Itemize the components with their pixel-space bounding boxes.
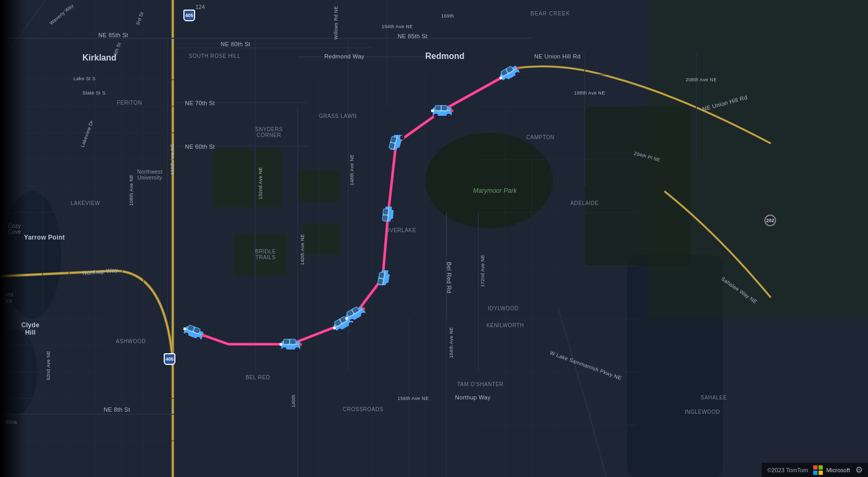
route-202: 202 bbox=[764, 215, 776, 226]
svg-rect-73 bbox=[284, 339, 289, 344]
shield-405-top: 405 bbox=[183, 10, 195, 21]
svg-rect-9 bbox=[585, 106, 691, 266]
attribution-text: ©2023 TomTom bbox=[767, 467, 808, 473]
svg-rect-6 bbox=[303, 223, 340, 255]
car-4 bbox=[343, 306, 367, 321]
settings-button[interactable]: ⚙ bbox=[855, 465, 863, 475]
shield-405-bottom: 405 bbox=[164, 353, 175, 365]
microsoft-logo: Microsoft bbox=[813, 465, 850, 475]
svg-rect-3 bbox=[213, 149, 282, 207]
car-8 bbox=[431, 103, 454, 118]
svg-rect-79 bbox=[280, 343, 282, 346]
svg-rect-145 bbox=[431, 109, 434, 112]
left-edge-overlay bbox=[0, 0, 27, 477]
svg-rect-146 bbox=[451, 109, 453, 112]
svg-point-7 bbox=[425, 133, 553, 228]
svg-rect-140 bbox=[442, 106, 447, 110]
car-7 bbox=[384, 135, 407, 150]
svg-rect-139 bbox=[435, 106, 441, 110]
svg-point-78 bbox=[296, 348, 298, 351]
svg-point-76 bbox=[283, 348, 285, 351]
svg-point-144 bbox=[448, 115, 450, 117]
svg-rect-159 bbox=[813, 465, 818, 470]
svg-rect-162 bbox=[819, 471, 823, 475]
car-9 bbox=[498, 65, 521, 80]
car-5 bbox=[372, 270, 395, 285]
svg-rect-5 bbox=[234, 234, 287, 276]
attribution-bar: ©2023 TomTom Microsoft ⚙ bbox=[762, 463, 868, 477]
svg-rect-74 bbox=[290, 339, 296, 344]
svg-point-142 bbox=[435, 115, 437, 117]
map-svg bbox=[0, 0, 868, 477]
svg-rect-160 bbox=[819, 465, 823, 470]
car-6 bbox=[376, 207, 400, 222]
car-2 bbox=[279, 337, 302, 352]
svg-rect-161 bbox=[813, 471, 818, 475]
microsoft-text: Microsoft bbox=[826, 467, 850, 473]
map-container: Kirkland Redmond Yarrow Point ClydeHill … bbox=[0, 0, 868, 477]
svg-rect-80 bbox=[299, 343, 302, 346]
car-1 bbox=[182, 325, 206, 339]
